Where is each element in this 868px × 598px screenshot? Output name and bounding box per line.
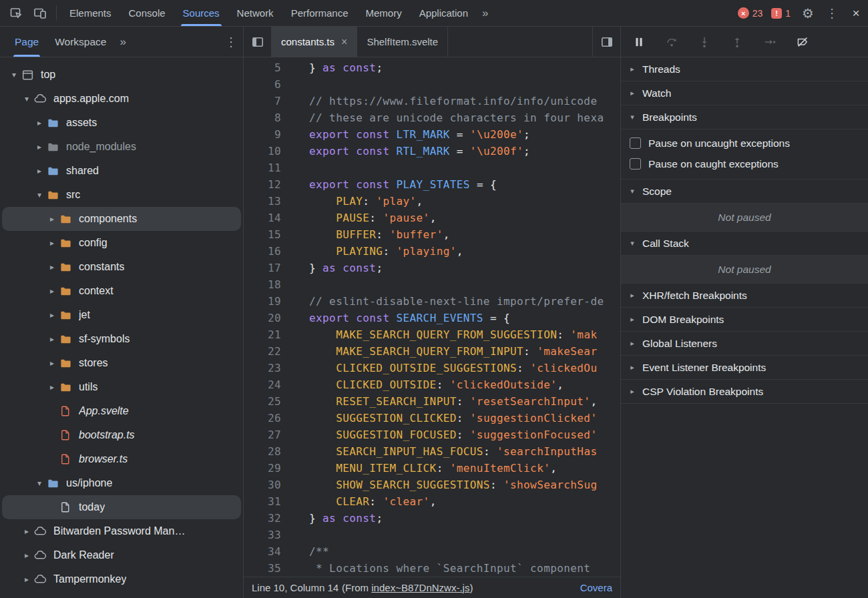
console-summary[interactable]: × 23 ! 1 — [732, 0, 796, 26]
line-number[interactable]: 19 — [244, 293, 293, 310]
pause-button[interactable] — [632, 35, 646, 49]
tree-item-constants[interactable]: ▸constants — [2, 255, 241, 279]
line-number[interactable]: 35 — [244, 560, 293, 577]
line-number[interactable]: 20 — [244, 310, 293, 326]
tree-item-components[interactable]: ▸components — [2, 207, 241, 231]
line-number[interactable]: 29 — [244, 460, 293, 477]
tree-item-utils[interactable]: ▸utils — [2, 375, 241, 399]
section-header-watch[interactable]: ▸Watch — [621, 81, 868, 105]
section-header-csp-violation-breakpoints[interactable]: ▸CSP Violation Breakpoints — [621, 380, 868, 404]
checkbox[interactable] — [630, 137, 641, 149]
line-number[interactable]: 12 — [244, 176, 293, 193]
tree-item-dark-reader[interactable]: ▸Dark Reader — [2, 543, 241, 567]
tree-item-bitwarden-password-man[interactable]: ▸Bitwarden Password Man… — [2, 519, 241, 543]
chevron-right-icon[interactable]: ▸ — [45, 238, 59, 248]
deactivate-breakpoints-button[interactable] — [795, 35, 810, 49]
chevron-right-icon[interactable]: ▸ — [20, 527, 33, 536]
tab-elements[interactable]: Elements — [61, 0, 120, 26]
tree-item-assets[interactable]: ▸assets — [2, 111, 241, 135]
line-number[interactable]: 28 — [244, 443, 293, 460]
line-number[interactable]: 23 — [244, 360, 293, 376]
chevron-right-icon[interactable]: ▸ — [33, 142, 46, 152]
more-panels-button[interactable]: » — [477, 0, 493, 26]
line-number[interactable]: 31 — [244, 493, 293, 510]
close-devtools-button[interactable]: × — [844, 0, 868, 26]
line-number[interactable]: 6 — [244, 76, 293, 93]
line-number[interactable]: 21 — [244, 326, 293, 343]
line-number[interactable]: 26 — [244, 410, 293, 426]
line-number[interactable]: 16 — [244, 243, 293, 260]
tree-item-today[interactable]: today — [2, 495, 241, 519]
checkbox-row-pause-on-caught-exceptions[interactable]: Pause on caught exceptions — [621, 154, 868, 174]
line-number[interactable]: 17 — [244, 260, 293, 276]
chevron-right-icon[interactable]: ▸ — [45, 334, 59, 344]
chevron-down-icon[interactable]: ▾ — [20, 94, 33, 103]
chevron-right-icon[interactable]: ▸ — [33, 118, 46, 127]
tab-sources[interactable]: Sources — [174, 0, 228, 26]
line-number[interactable]: 14 — [244, 210, 293, 226]
code-editor[interactable]: 5} as const;67// https://www.fileformat.… — [244, 57, 620, 577]
tree-item-config[interactable]: ▸config — [2, 231, 241, 255]
tab-memory[interactable]: Memory — [357, 0, 411, 26]
tree-item-shared[interactable]: ▸shared — [2, 159, 241, 183]
chevron-right-icon[interactable]: ▸ — [45, 310, 59, 320]
line-number[interactable]: 32 — [244, 510, 293, 527]
customize-devtools-button[interactable]: ⋮ — [820, 0, 844, 26]
editor-tab-shelfitem-svelte[interactable]: ShelfItem.svelte — [357, 27, 448, 57]
editor-tab-constants-ts[interactable]: constants.ts× — [272, 27, 357, 57]
step-over-button[interactable] — [664, 35, 679, 49]
line-number[interactable]: 15 — [244, 226, 293, 243]
chevron-right-icon[interactable]: ▸ — [45, 214, 59, 224]
tab-performance[interactable]: Performance — [282, 0, 357, 26]
tree-item-apps-apple-com[interactable]: ▾apps.apple.com — [2, 87, 241, 111]
close-tab-icon[interactable]: × — [341, 37, 347, 47]
chevron-down-icon[interactable]: ▾ — [7, 70, 21, 79]
line-number[interactable]: 25 — [244, 393, 293, 410]
tree-item-jet[interactable]: ▸jet — [2, 303, 241, 327]
coverage-link[interactable]: Covera — [580, 582, 612, 593]
checkbox[interactable] — [630, 158, 641, 170]
step-out-button[interactable] — [730, 35, 744, 49]
section-header-call-stack[interactable]: ▾Call Stack — [621, 232, 868, 256]
tree-item-src[interactable]: ▾src — [2, 183, 241, 207]
line-number[interactable]: 5 — [244, 59, 293, 76]
line-number[interactable]: 11 — [244, 160, 293, 176]
line-number[interactable]: 9 — [244, 126, 293, 143]
section-header-breakpoints[interactable]: ▾Breakpoints — [621, 105, 868, 129]
tree-item-bootstrap-ts[interactable]: bootstrap.ts — [2, 423, 241, 447]
settings-button[interactable]: ⚙ — [796, 0, 820, 26]
section-header-scope[interactable]: ▾Scope — [621, 180, 868, 204]
section-header-xhr-fetch-breakpoints[interactable]: ▸XHR/fetch Breakpoints — [621, 284, 868, 308]
tree-item-node-modules[interactable]: ▸node_modules — [2, 135, 241, 159]
toggle-device-toolbar-button[interactable] — [28, 0, 52, 26]
step-into-button[interactable] — [697, 35, 712, 49]
tab-network[interactable]: Network — [228, 0, 282, 26]
section-header-dom-breakpoints[interactable]: ▸DOM Breakpoints — [621, 308, 868, 332]
tree-item-context[interactable]: ▸context — [2, 279, 241, 303]
chevron-right-icon[interactable]: ▸ — [45, 286, 59, 296]
more-navigator-tabs-button[interactable]: » — [114, 27, 131, 57]
source-file-link[interactable]: index~B87DnNzwx-.js — [371, 582, 469, 593]
section-header-event-listener-breakpoints[interactable]: ▸Event Listener Breakpoints — [621, 356, 868, 380]
line-number[interactable]: 8 — [244, 109, 293, 126]
section-header-threads[interactable]: ▸Threads — [621, 57, 868, 81]
chevron-down-icon[interactable]: ▾ — [33, 190, 46, 200]
chevron-right-icon[interactable]: ▸ — [45, 382, 59, 392]
tab-application[interactable]: Application — [411, 0, 477, 26]
toggle-navigator-button[interactable] — [244, 27, 272, 57]
line-number[interactable]: 27 — [244, 426, 293, 443]
tree-item-top[interactable]: ▾top — [2, 63, 241, 87]
tab-workspace[interactable]: Workspace — [47, 27, 114, 57]
tab-console[interactable]: Console — [120, 0, 174, 26]
section-header-global-listeners[interactable]: ▸Global Listeners — [621, 332, 868, 356]
line-number[interactable]: 30 — [244, 477, 293, 493]
line-number[interactable]: 13 — [244, 193, 293, 210]
tree-item-tampermonkey[interactable]: ▸Tampermonkey — [2, 567, 241, 591]
toggle-sources-sidebar-button[interactable] — [592, 27, 620, 57]
tree-item-sf-symbols[interactable]: ▸sf-symbols — [2, 327, 241, 351]
line-number[interactable]: 10 — [244, 143, 293, 160]
chevron-right-icon[interactable]: ▸ — [33, 166, 46, 176]
chevron-right-icon[interactable]: ▸ — [20, 575, 33, 584]
checkbox-row-pause-on-uncaught-exceptions[interactable]: Pause on uncaught exceptions — [621, 133, 868, 154]
chevron-right-icon[interactable]: ▸ — [45, 358, 59, 368]
